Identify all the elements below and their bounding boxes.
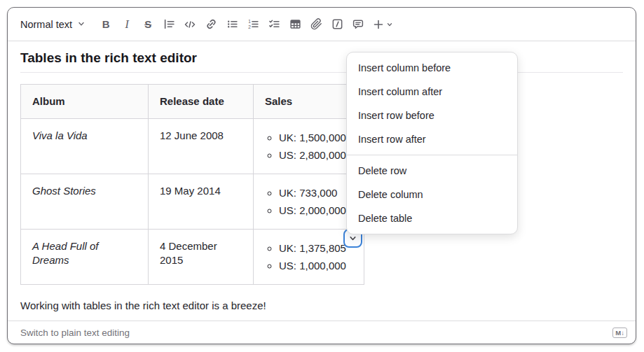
title-divider <box>20 72 623 73</box>
menu-divider <box>347 155 517 155</box>
plus-icon <box>373 19 384 30</box>
menu-item-delete-column[interactable]: Delete column <box>347 183 517 206</box>
ordered-list-button[interactable]: 12 <box>242 14 263 35</box>
svg-text:1: 1 <box>248 19 251 24</box>
svg-text:2: 2 <box>248 24 251 29</box>
sales-list: UK: 1,375,805 US: 1,000,000 <box>265 239 352 274</box>
comment-bubble-icon <box>352 18 364 30</box>
paperclip-icon <box>310 18 322 30</box>
more-options-button[interactable] <box>369 14 397 35</box>
editor-footer: Switch to plain text editing M↓ <box>8 321 636 344</box>
table-header-row: Album Release date Sales <box>21 85 364 119</box>
sales-list: UK: 733,000 US: 2,000,000 <box>265 184 352 219</box>
cell-release-date[interactable]: 19 May 2014 <box>149 174 254 230</box>
blockquote-button[interactable] <box>158 14 179 35</box>
link-icon <box>205 18 217 30</box>
sales-item: US: 2,000,000 <box>279 202 352 219</box>
sales-item: UK: 733,000 <box>279 184 352 202</box>
menu-item-insert-row-before[interactable]: Insert row before <box>347 104 517 127</box>
header-album[interactable]: Album <box>21 85 149 119</box>
table-button[interactable] <box>285 14 306 35</box>
task-list-button[interactable] <box>263 14 285 35</box>
header-release-date[interactable]: Release date <box>149 85 254 119</box>
chevron-down-icon <box>348 234 357 243</box>
table-row: Viva la Vida 12 June 2008 UK: 1,500,000 … <box>21 119 364 174</box>
italic-button[interactable]: I <box>116 14 137 35</box>
menu-item-insert-column-before[interactable]: Insert column before <box>347 56 517 80</box>
editor-content-area[interactable]: Tables in the rich text editor Album Rel… <box>8 41 636 313</box>
bold-button[interactable]: B <box>95 14 116 35</box>
chevron-down-icon <box>77 18 85 31</box>
slash-box-icon <box>331 18 343 30</box>
content-table[interactable]: Album Release date Sales Viva la Vida 12… <box>20 84 364 285</box>
link-button[interactable] <box>200 14 221 35</box>
table-row: Ghost Stories 19 May 2014 UK: 733,000 US… <box>21 174 364 230</box>
bullet-list-icon <box>226 18 238 30</box>
code-icon <box>184 19 196 30</box>
sales-item: UK: 1,375,805 <box>279 239 352 257</box>
sales-item: US: 2,800,000 <box>279 146 352 164</box>
chevron-down-icon <box>386 21 393 28</box>
cell-album[interactable]: Ghost Stories <box>21 174 149 230</box>
menu-item-delete-table[interactable]: Delete table <box>347 206 517 230</box>
text-style-dropdown[interactable]: Normal text <box>20 18 85 31</box>
table-actions-menu: Insert column before Insert column after… <box>346 52 518 234</box>
document-title[interactable]: Tables in the rich text editor <box>20 50 623 66</box>
rich-text-editor: Normal text B I S 12 <box>7 7 636 344</box>
sales-item: US: 1,000,000 <box>279 257 352 274</box>
menu-item-insert-column-after[interactable]: Insert column after <box>347 80 517 104</box>
text-style-value: Normal text <box>20 19 72 30</box>
closing-paragraph[interactable]: Working with tables in the rich text edi… <box>20 299 623 313</box>
bullet-list-button[interactable] <box>221 14 242 35</box>
quick-action-button[interactable] <box>327 14 348 35</box>
strikethrough-icon: S <box>144 18 151 30</box>
ordered-list-icon: 12 <box>247 18 259 30</box>
cell-album[interactable]: A Head Full of Dreams <box>21 230 149 285</box>
table-row: A Head Full of Dreams 4 December 2015 UK… <box>21 230 364 285</box>
sales-list: UK: 1,500,000 US: 2,800,000 <box>265 129 352 164</box>
switch-to-plain-text-link[interactable]: Switch to plain text editing <box>20 328 130 338</box>
blockquote-icon <box>163 18 175 30</box>
task-list-icon <box>268 18 280 30</box>
table-icon <box>289 18 301 30</box>
cell-album[interactable]: Viva la Vida <box>21 119 149 174</box>
cell-release-date[interactable]: 12 June 2008 <box>149 119 254 174</box>
attachment-button[interactable] <box>306 14 327 35</box>
cell-release-date[interactable]: 4 December 2015 <box>149 230 254 285</box>
comment-button[interactable] <box>348 14 369 35</box>
strikethrough-button[interactable]: S <box>137 14 158 35</box>
menu-item-insert-row-after[interactable]: Insert row after <box>347 127 517 151</box>
italic-icon: I <box>125 18 128 31</box>
sales-item: UK: 1,500,000 <box>279 129 352 146</box>
markdown-badge: M↓ <box>612 328 627 338</box>
menu-item-delete-row[interactable]: Delete row <box>347 159 517 183</box>
code-button[interactable] <box>179 14 200 35</box>
editor-toolbar: Normal text B I S 12 <box>8 8 636 41</box>
bold-icon: B <box>102 18 110 30</box>
